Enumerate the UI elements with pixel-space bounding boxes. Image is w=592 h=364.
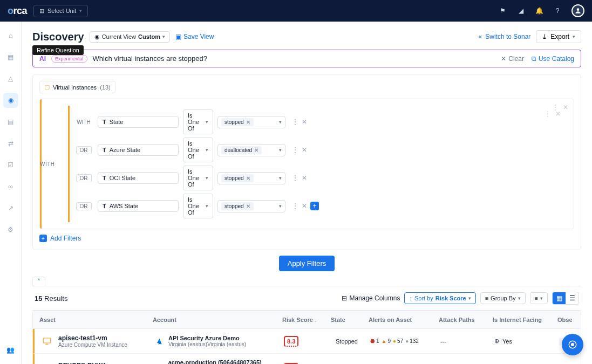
internet-value: Yes: [502, 338, 512, 345]
close-icon[interactable]: ✕: [302, 174, 307, 182]
group-actions-inner: ⋮ ✕: [545, 110, 561, 118]
col-account[interactable]: Account: [146, 311, 276, 328]
condition-row: OR T AWS State Is One Of ▾ stopped ✕ ▾ ⋮…: [74, 192, 566, 220]
add-filters-link[interactable]: + Add Filters: [39, 235, 574, 242]
remove-value-icon[interactable]: ✕: [246, 203, 250, 209]
text-icon: T: [103, 175, 106, 181]
connector-label: WITH: [74, 119, 93, 125]
attribute-field[interactable]: T AWS State: [98, 200, 179, 212]
operator-field[interactable]: Is One Of ▾: [183, 138, 213, 162]
close-icon[interactable]: ✕: [555, 110, 561, 118]
connector-chip[interactable]: OR: [76, 174, 92, 182]
current-view-label: Current View: [102, 33, 136, 40]
col-asset[interactable]: Asset: [33, 311, 146, 328]
col-obs[interactable]: Obse: [551, 311, 581, 328]
main: Discovery ◉ Current View Custom ▾ ▣ Save…: [22, 22, 592, 364]
nav-home-icon[interactable]: ⌂: [3, 28, 18, 43]
sort-by-button[interactable]: ↕ Sort by Risk Score ▾: [404, 292, 475, 304]
megaphone-icon[interactable]: ◢: [516, 6, 525, 15]
nav-graph-icon[interactable]: ⇄: [3, 136, 18, 151]
close-icon[interactable]: ✕: [302, 118, 307, 126]
condition-row: OR T OCI State Is One Of ▾ stopped ✕ ▾ ⋮…: [74, 164, 566, 192]
remove-value-icon[interactable]: ✕: [246, 175, 250, 181]
value-field[interactable]: stopped ✕ ▾: [217, 116, 285, 128]
eye-icon: ◉: [94, 33, 100, 40]
alert-crit: 1: [376, 338, 379, 344]
virtual-instances-chip[interactable]: ▢ Virtual Instances (13): [39, 81, 115, 93]
group-by-button[interactable]: ≡ Group By ▾: [480, 292, 526, 304]
operator-label: Is One Of: [188, 196, 202, 216]
clear-link[interactable]: ✕ Clear: [501, 55, 524, 63]
value-label: deallocated: [224, 147, 252, 153]
value-label: stopped: [224, 175, 244, 181]
density-icon: ≡: [535, 295, 538, 301]
nav-alert-icon[interactable]: △: [3, 71, 18, 86]
flag-icon[interactable]: ⚑: [498, 6, 507, 15]
save-view-link[interactable]: ▣ Save View: [175, 33, 214, 40]
ai-question-text[interactable]: Which virtual instances are stopped?: [93, 54, 207, 63]
col-state[interactable]: State: [324, 311, 362, 328]
help-fab[interactable]: [562, 334, 583, 355]
card-view-button[interactable]: ☰: [566, 292, 579, 304]
add-condition-button[interactable]: +: [310, 202, 319, 210]
operator-field[interactable]: Is One Of ▾: [183, 166, 213, 190]
connector-chip-wrap: OR: [74, 203, 93, 209]
bell-icon[interactable]: 🔔: [535, 6, 543, 15]
avatar[interactable]: [571, 4, 584, 17]
table-row[interactable]: apisec-test1-vm Azure Compute VM Instanc…: [33, 329, 581, 354]
chevron-down-icon: ▾: [573, 34, 575, 39]
attribute-field[interactable]: T Azure State: [98, 144, 179, 156]
more-icon[interactable]: ⋮: [292, 202, 298, 210]
attribute-field[interactable]: T OCI State: [98, 172, 179, 184]
close-icon[interactable]: ✕: [302, 146, 307, 154]
attribute-field[interactable]: T State: [98, 116, 179, 128]
col-risk[interactable]: Risk Score ↓: [276, 311, 324, 328]
more-icon[interactable]: ⋮: [292, 118, 298, 126]
operator-field[interactable]: Is One Of ▾: [183, 109, 213, 134]
more-icon[interactable]: ⋮: [292, 174, 298, 182]
nav-observe-icon[interactable]: ∞: [3, 179, 18, 194]
group-icon: ≡: [485, 295, 488, 301]
table-row[interactable]: DEVOPS-DVWA AWS EC2 Instance aws acme-pr…: [33, 354, 581, 364]
col-alerts[interactable]: Alerts on Asset: [362, 311, 432, 328]
nav-path-icon[interactable]: ↗: [3, 201, 18, 216]
refine-question-tooltip: Refine Question: [32, 45, 84, 55]
risk-score-badge: 8.3: [284, 336, 298, 347]
more-icon[interactable]: ⋮: [292, 146, 298, 154]
manage-columns-link[interactable]: ⊟ Manage Columns: [342, 294, 400, 302]
nav-settings-icon[interactable]: ⚙: [3, 222, 18, 237]
collapse-toggle[interactable]: ˄: [32, 277, 45, 286]
col-paths[interactable]: Attack Paths: [432, 311, 486, 328]
remove-value-icon[interactable]: ✕: [254, 147, 258, 153]
help-icon[interactable]: ?: [553, 6, 562, 15]
use-catalog-link[interactable]: ⧉ Use Catalog: [532, 55, 574, 63]
value-field[interactable]: stopped ✕ ▾: [217, 172, 285, 184]
operator-field[interactable]: Is One Of ▾: [183, 194, 213, 218]
nav-compliance-icon[interactable]: ☑: [3, 157, 18, 173]
connector-chip[interactable]: OR: [76, 146, 92, 154]
density-button[interactable]: ≡ ▾: [530, 292, 548, 304]
page-header-right: « Switch to Sonar ⤓ Export ▾: [479, 30, 581, 43]
remove-value-icon[interactable]: ✕: [246, 119, 250, 125]
nav-dashboard-icon[interactable]: ▦: [3, 50, 18, 65]
chevron-down-icon: ▾: [279, 119, 282, 125]
export-button[interactable]: ⤓ Export ▾: [536, 30, 581, 43]
more-icon[interactable]: ⋮: [545, 110, 551, 118]
paths-value: ---: [440, 338, 446, 345]
value-chip: stopped ✕: [221, 118, 254, 126]
close-icon[interactable]: ✕: [302, 202, 307, 210]
col-internet[interactable]: Is Internet Facing: [486, 311, 551, 328]
nav-discovery-icon[interactable]: ◉: [3, 93, 18, 108]
connector-chip[interactable]: OR: [76, 202, 92, 210]
catalog-icon: ⧉: [532, 55, 536, 63]
nav-users-icon[interactable]: 👥: [3, 342, 18, 358]
apply-row: Apply Filters: [32, 256, 581, 271]
nav-reports-icon[interactable]: ▤: [3, 114, 18, 129]
switch-to-sonar-link[interactable]: « Switch to Sonar: [479, 33, 531, 40]
value-field[interactable]: deallocated ✕ ▾: [217, 144, 285, 156]
value-field[interactable]: stopped ✕ ▾: [217, 200, 285, 212]
current-view-chip[interactable]: ◉ Current View Custom ▾: [90, 31, 170, 43]
select-unit-button[interactable]: ⊞ Select Unit ▾: [33, 5, 88, 17]
apply-filters-button[interactable]: Apply Filters: [279, 256, 335, 271]
table-view-button[interactable]: ▦: [553, 292, 566, 304]
